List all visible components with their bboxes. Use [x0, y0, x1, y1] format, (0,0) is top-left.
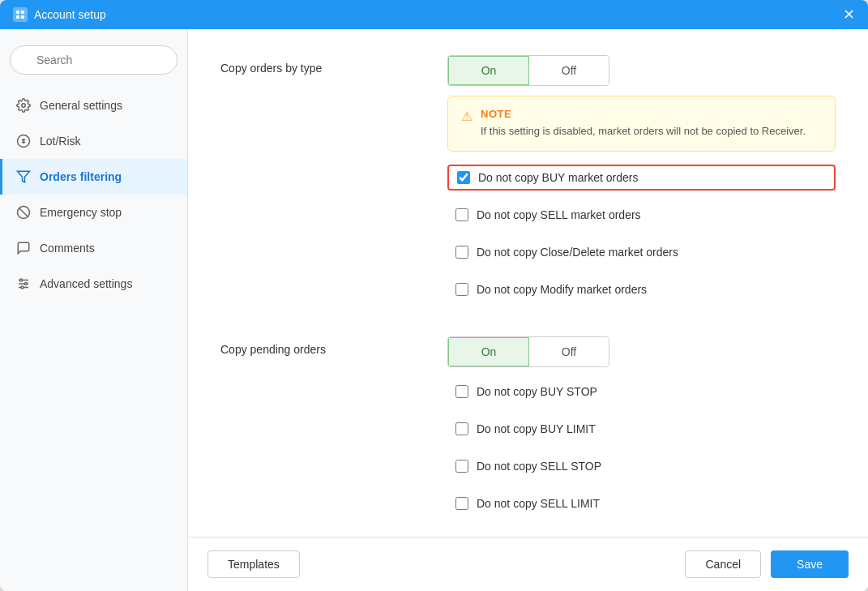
svg-point-12 [25, 283, 28, 285]
checkbox-no-sell-market[interactable] [455, 208, 468, 221]
main-scroll-area: Copy orders by type On Off ⚠ NOTE If thi… [188, 29, 868, 537]
sidebar-label-lot-risk: Lot/Risk [40, 135, 81, 148]
copy-pending-orders-controls: On Off Do not copy BUY STOP Do not copy … [447, 336, 836, 528]
search-container: 🔍 [0, 39, 187, 88]
sidebar-label-orders-filtering: Orders filtering [40, 170, 122, 183]
checkbox-no-sell-stop[interactable] [455, 460, 468, 473]
svg-point-11 [20, 279, 23, 281]
checkbox-label-no-buy-stop[interactable]: Do not copy BUY STOP [477, 385, 597, 398]
copy-orders-by-type-controls: On Off ⚠ NOTE If this setting is disable… [447, 55, 836, 314]
checkbox-no-buy-limit[interactable] [455, 422, 468, 435]
copy-orders-by-type-label: Copy orders by type [220, 55, 447, 75]
app-window: Account setup ✕ 🔍 General settings [0, 0, 868, 591]
checkbox-label-no-close-delete[interactable]: Do not copy Close/Delete market orders [477, 246, 678, 259]
sidebar-label-advanced-settings: Advanced settings [40, 277, 132, 290]
checkbox-no-buy-stop[interactable] [455, 385, 468, 398]
title-bar-left: Account setup [13, 7, 106, 22]
checkbox-no-sell-limit[interactable] [455, 497, 468, 510]
main-content: Copy orders by type On Off ⚠ NOTE If thi… [188, 29, 868, 591]
checkbox-row-no-buy-limit: Do not copy BUY LIMIT [447, 416, 836, 442]
svg-rect-0 [16, 11, 19, 14]
footer: Templates Cancel Save [188, 537, 868, 591]
circle-dollar-icon [15, 133, 32, 149]
copy-pending-toggle-on[interactable]: On [448, 337, 529, 366]
sidebar: 🔍 General settings [0, 29, 188, 591]
checkbox-row-no-sell-limit: Do not copy SELL LIMIT [447, 490, 836, 516]
footer-right: Cancel Save [685, 550, 849, 578]
save-button[interactable]: Save [771, 550, 849, 578]
circle-x-icon [15, 204, 32, 221]
checkbox-label-no-sell-market[interactable]: Do not copy SELL market orders [477, 208, 641, 221]
checkbox-row-no-sell-market: Do not copy SELL market orders [447, 202, 836, 228]
sidebar-label-emergency-stop: Emergency stop [40, 206, 122, 219]
sidebar-label-general-settings: General settings [40, 99, 122, 112]
title-bar: Account setup ✕ [0, 0, 868, 29]
content-area: 🔍 General settings [0, 29, 868, 591]
gear-icon [15, 97, 32, 113]
cancel-button[interactable]: Cancel [685, 550, 761, 578]
sidebar-item-advanced-settings[interactable]: Advanced settings [0, 266, 187, 302]
checkbox-label-no-buy-limit[interactable]: Do not copy BUY LIMIT [477, 422, 596, 435]
comment-icon [15, 240, 32, 256]
copy-orders-toggle-group: On Off [447, 55, 609, 86]
templates-button[interactable]: Templates [207, 550, 300, 578]
search-wrapper: 🔍 [10, 45, 177, 75]
checkbox-label-no-sell-stop[interactable]: Do not copy SELL STOP [477, 460, 601, 473]
svg-rect-2 [16, 15, 19, 19]
checkbox-row-no-modify: Do not copy Modify market orders [447, 276, 836, 302]
sidebar-item-orders-filtering[interactable]: Orders filtering [0, 159, 187, 195]
checkbox-label-no-modify[interactable]: Do not copy Modify market orders [477, 283, 647, 296]
note-text: If this setting is disabled, market orde… [481, 123, 806, 139]
window-title: Account setup [34, 8, 106, 21]
checkbox-row-no-close-delete: Do not copy Close/Delete market orders [447, 239, 836, 265]
warning-icon: ⚠ [461, 109, 472, 124]
note-title: NOTE [481, 108, 806, 120]
svg-rect-1 [21, 11, 24, 14]
checkbox-label-no-sell-limit[interactable]: Do not copy SELL LIMIT [477, 497, 600, 510]
svg-point-4 [22, 104, 26, 108]
checkbox-no-close-delete[interactable] [455, 246, 468, 259]
copy-pending-toggle-group: On Off [447, 336, 609, 367]
copy-orders-toggle-off[interactable]: Off [529, 56, 609, 85]
svg-marker-6 [18, 171, 30, 182]
checkbox-no-buy-market[interactable] [457, 171, 470, 184]
svg-rect-3 [21, 15, 24, 19]
close-button[interactable]: ✕ [843, 7, 855, 22]
checkbox-no-modify[interactable] [455, 283, 468, 296]
sidebar-item-lot-risk[interactable]: Lot/Risk [0, 123, 187, 159]
checkbox-row-no-buy-stop: Do not copy BUY STOP [447, 379, 836, 405]
checkbox-label-no-buy-market[interactable]: Do not copy BUY market orders [478, 171, 638, 184]
note-box: ⚠ NOTE If this setting is disabled, mark… [447, 96, 836, 152]
copy-orders-toggle-on[interactable]: On [448, 56, 529, 85]
svg-point-13 [21, 286, 24, 289]
sidebar-label-comments: Comments [40, 242, 95, 255]
checkbox-row-no-sell-stop: Do not copy SELL STOP [447, 453, 836, 479]
copy-pending-orders-label: Copy pending orders [220, 336, 447, 356]
sidebar-item-comments[interactable]: Comments [0, 230, 187, 266]
sliders-icon [15, 276, 32, 292]
copy-pending-orders-row: Copy pending orders On Off Do not copy B… [220, 336, 836, 528]
app-icon [13, 7, 28, 22]
copy-orders-by-type-row: Copy orders by type On Off ⚠ NOTE If thi… [220, 55, 836, 314]
filter-icon [15, 169, 32, 185]
checkbox-row-no-buy-market: Do not copy BUY market orders [447, 165, 836, 191]
sidebar-item-emergency-stop[interactable]: Emergency stop [0, 195, 187, 230]
search-input[interactable] [10, 45, 177, 75]
sidebar-item-general-settings[interactable]: General settings [0, 88, 187, 123]
copy-pending-toggle-off[interactable]: Off [529, 337, 609, 366]
